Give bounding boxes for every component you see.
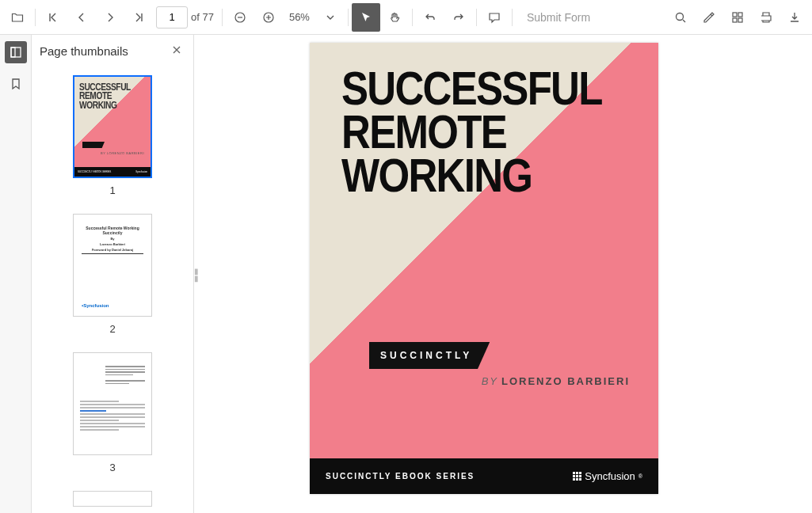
- annotation-button[interactable]: [695, 3, 723, 32]
- prev-page-button[interactable]: [67, 3, 96, 32]
- zoom-out-button[interactable]: [226, 3, 254, 32]
- thumbnails-title: Page thumbnails: [40, 44, 128, 58]
- separator: [348, 9, 349, 26]
- separator: [512, 9, 513, 26]
- close-thumbnails-button[interactable]: [168, 41, 185, 61]
- svg-rect-6: [738, 18, 742, 22]
- thumbnail-page-1[interactable]: SUCCESSFULREMOTEWORKING BY LORENZO BARBI…: [73, 75, 152, 178]
- thumbnail-number: 2: [109, 323, 115, 335]
- thumbnail-page-3[interactable]: [73, 352, 152, 455]
- last-page-button[interactable]: [124, 3, 153, 32]
- zoom-level-label: 56%: [288, 11, 311, 23]
- thumbnail-page-2[interactable]: Successful Remote Working Succinctly By …: [73, 214, 152, 317]
- undo-button[interactable]: [416, 3, 444, 32]
- separator: [412, 9, 413, 26]
- zoom-dropdown-button[interactable]: [316, 3, 345, 32]
- page-total-label: of 77: [191, 11, 214, 23]
- svg-rect-5: [733, 18, 737, 22]
- separator: [476, 9, 477, 26]
- thumbnail-item[interactable]: [32, 491, 193, 507]
- svg-rect-8: [11, 48, 15, 57]
- mini-title: SUCCESSFULREMOTEWORKING: [79, 83, 131, 110]
- zoom-in-button[interactable]: [254, 3, 283, 32]
- footer-series-label: SUCCINCTLY EBOOK SERIES: [326, 472, 475, 481]
- mini2-title: Successful Remote Working Succinctly By …: [82, 226, 143, 254]
- redo-button[interactable]: [444, 3, 473, 32]
- thumbnail-item[interactable]: SUCCESSFULREMOTEWORKING BY LORENZO BARBI…: [32, 75, 193, 196]
- thumbnails-panel: Page thumbnails SUCCESSFULREMOTEWORKING …: [32, 35, 194, 513]
- mini2-logo: ▪Syncfusion: [82, 303, 109, 308]
- document-viewer[interactable]: SUCCESSFUL REMOTE WORKING SUCCINCTLY BYL…: [199, 35, 812, 513]
- separator: [35, 9, 36, 26]
- succinctly-badge: SUCCINCTLY: [369, 342, 490, 369]
- first-page-button[interactable]: [39, 3, 67, 32]
- side-rail: [0, 35, 32, 513]
- thumbnail-number: 3: [109, 462, 115, 473]
- print-button[interactable]: [752, 3, 780, 32]
- cover-title: SUCCESSFUL REMOTE WORKING: [341, 66, 602, 198]
- comment-button[interactable]: [480, 3, 509, 32]
- thumbnail-page-4-partial[interactable]: [73, 491, 152, 507]
- submit-form-button[interactable]: Submit Form: [516, 11, 601, 24]
- svg-point-2: [677, 13, 684, 20]
- bookmarks-rail-button[interactable]: [5, 73, 27, 95]
- svg-rect-4: [738, 13, 742, 17]
- thumbnails-list[interactable]: SUCCESSFULREMOTEWORKING BY LORENZO BARBI…: [32, 67, 193, 513]
- toolbar: of 77 56% Submit Form: [0, 0, 812, 35]
- page-1-canvas: SUCCESSFUL REMOTE WORKING SUCCINCTLY BYL…: [310, 43, 658, 494]
- page-number-input[interactable]: [156, 6, 188, 28]
- next-page-button[interactable]: [96, 3, 124, 32]
- thumbnails-rail-button[interactable]: [5, 41, 27, 63]
- search-button[interactable]: [666, 3, 695, 32]
- open-file-button[interactable]: [3, 3, 32, 32]
- separator: [222, 9, 223, 26]
- svg-rect-3: [733, 13, 737, 17]
- thumbnails-header: Page thumbnails: [32, 35, 193, 67]
- thumbnail-number: 1: [109, 184, 115, 196]
- thumbnail-item[interactable]: Successful Remote Working Succinctly By …: [32, 214, 193, 335]
- select-tool-button[interactable]: [352, 3, 380, 32]
- thumbnail-item[interactable]: 3: [32, 352, 193, 473]
- pan-tool-button[interactable]: [380, 3, 409, 32]
- syncfusion-logo: Syncfusion®: [573, 470, 642, 482]
- cover-footer: SUCCINCTLY EBOOK SERIES Syncfusion®: [310, 458, 658, 494]
- page-organize-button[interactable]: [723, 3, 752, 32]
- author-byline: BYLORENZO BARBIERI: [482, 375, 630, 387]
- svg-rect-7: [11, 48, 21, 57]
- download-button[interactable]: [780, 3, 809, 32]
- main-area: Page thumbnails SUCCESSFULREMOTEWORKING …: [0, 35, 812, 513]
- mini-byline: BY LORENZO BARBIERI: [101, 151, 144, 155]
